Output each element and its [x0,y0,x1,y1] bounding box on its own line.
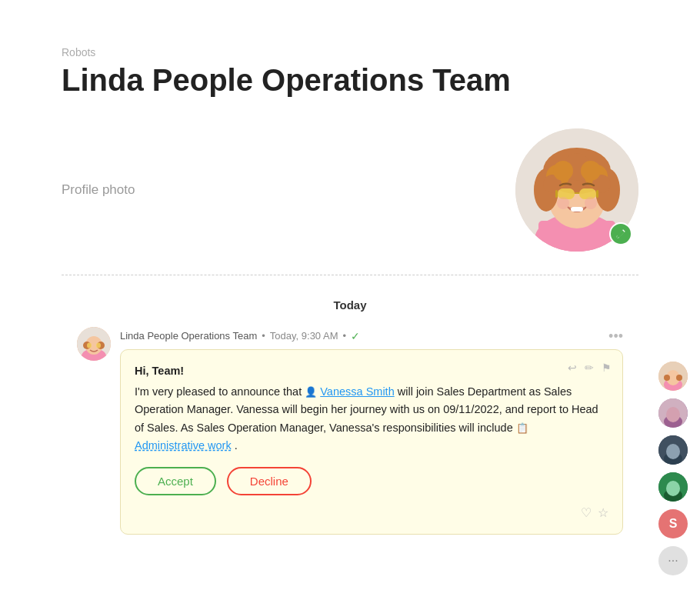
reply-icon[interactable]: ↩ [568,359,577,376]
svg-point-24 [585,197,597,209]
profile-section: Profile photo [62,128,638,275]
page-title: Linda People Operations Team [62,63,638,98]
edit-icon[interactable]: ✏ [585,359,594,376]
svg-point-13 [553,161,573,181]
svg-point-37 [664,375,670,381]
svg-point-32 [96,343,101,348]
accept-button[interactable]: Accept [135,467,216,495]
message-bubble: ↩ ✏ ⚑ Hi, Team! I'm very pleased to anno… [120,349,623,535]
period: . [235,439,238,452]
svg-rect-20 [558,188,575,199]
svg-rect-18 [555,190,558,198]
decline-button[interactable]: Decline [227,467,312,495]
read-check-icon: ✓ [351,330,360,342]
bubble-footer: ♡ ☆ [135,503,608,523]
right-sidebar: S ··· [658,362,688,575]
more-options-button[interactable]: ••• [608,327,623,345]
svg-point-41 [666,407,680,422]
svg-point-31 [87,343,92,348]
date-label: Today [77,298,623,312]
message-intro: I'm very pleased to announce that [135,385,302,398]
message-row: Linda People Operations Team • Today, 9:… [77,327,623,535]
sidebar-avatar-4[interactable] [658,472,688,502]
svg-rect-22 [571,207,583,212]
chat-section: Today Linda P [62,298,638,535]
edit-avatar-button[interactable] [609,222,632,245]
admin-work-link[interactable]: Administrative work [135,437,232,455]
svg-point-45 [666,444,680,459]
person-icon: 👤 [305,386,317,398]
avatar-wrapper [515,128,638,252]
message-time: Today, 9:30 AM [270,330,338,342]
svg-rect-21 [579,188,596,199]
heart-icon[interactable]: ♡ [581,503,592,523]
mention-vanessa[interactable]: Vanessa Smith [320,383,394,401]
sender-avatar [77,327,111,361]
svg-point-23 [557,197,569,209]
bubble-actions: ↩ ✏ ⚑ [568,359,612,376]
message-container: Linda People Operations Team • Today, 9:… [120,327,623,535]
breadcrumb: Robots [62,46,638,58]
sidebar-avatar-2[interactable] [658,398,688,428]
sidebar-avatar-3[interactable] [658,435,688,465]
sidebar-avatar-more[interactable]: ··· [658,546,688,575]
button-row: Accept Decline [135,467,608,495]
meta-separator: • [262,330,265,342]
star-icon[interactable]: ☆ [598,503,608,523]
meta-separator2: • [343,330,347,342]
sidebar-avatar-1[interactable] [658,362,688,391]
svg-point-14 [581,161,601,181]
profile-photo-label: Profile photo [62,182,135,198]
flag-icon[interactable]: ⚑ [602,359,612,376]
doc-icon: 📋 [516,422,528,434]
svg-point-49 [666,481,680,496]
message-sender: Linda People Operations Team [120,330,257,342]
svg-point-38 [676,375,682,381]
message-meta: Linda People Operations Team • Today, 9:… [120,327,623,345]
svg-rect-19 [596,190,598,198]
sidebar-avatar-5[interactable]: S [658,509,688,538]
message-greeting: Hi, Team! [135,362,608,380]
